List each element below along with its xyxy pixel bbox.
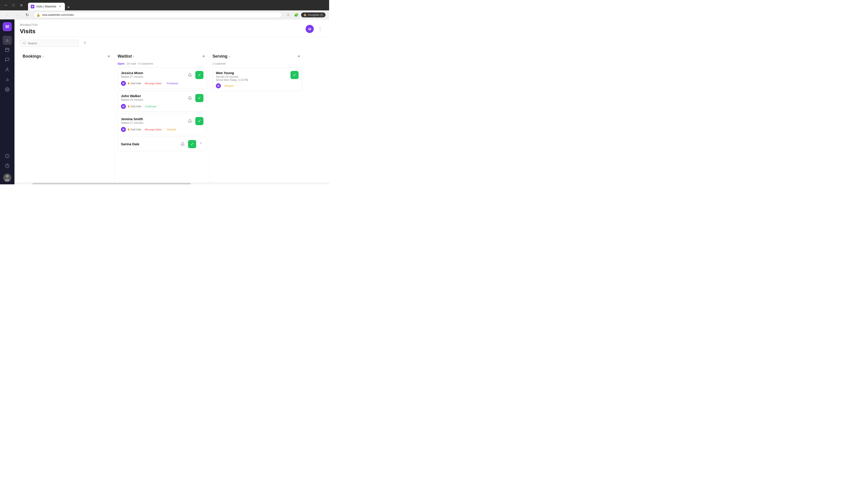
card-wee-served: Served 26 minutes xyxy=(216,75,290,78)
sidebar-item-analytics[interactable] xyxy=(3,75,12,85)
jessica-time: Just now xyxy=(128,82,141,85)
sidebar-item-help[interactable] xyxy=(3,162,12,171)
card-john-info: John Walker Waited 29 minutes xyxy=(121,94,186,101)
sidebar-item-users[interactable] xyxy=(3,66,12,74)
bookings-title-wrap[interactable]: Bookings › xyxy=(23,54,43,59)
svg-point-13 xyxy=(6,175,9,178)
wee-badge-delayed: Delayed xyxy=(223,84,235,88)
card-john-walker[interactable]: John Walker Waited 29 minutes ✓ xyxy=(118,91,207,112)
reload-button[interactable]: ↻ xyxy=(24,11,31,19)
serving-add-button[interactable]: + xyxy=(296,53,302,59)
card-jemina-wait: Waited 27 minutes xyxy=(121,121,186,125)
svg-point-8 xyxy=(7,89,8,90)
new-tab-button[interactable]: + xyxy=(65,4,72,10)
sidebar-logo[interactable]: M xyxy=(3,22,12,31)
jemina-avatar: M xyxy=(121,127,126,132)
sarina-bell-button[interactable] xyxy=(179,140,186,148)
sidebar-user-avatar[interactable] xyxy=(3,173,11,182)
card-john-wait: Waited 29 minutes xyxy=(121,98,186,101)
jessica-time-label: Just now xyxy=(130,82,141,85)
card-jessica-wait: Waited 27 minutes xyxy=(121,75,186,78)
jemina-badge-delayed: Delayed xyxy=(165,128,178,131)
active-tab[interactable]: M Visits | Waitwhile ✕ xyxy=(28,3,65,10)
sidebar-item-messages[interactable] xyxy=(3,56,12,65)
bookings-chevron-icon: › xyxy=(42,55,43,58)
help-icon xyxy=(5,164,9,169)
users-icon xyxy=(5,67,9,73)
filter-button[interactable] xyxy=(81,39,89,47)
svg-rect-0 xyxy=(6,48,9,52)
back-button[interactable]: ← xyxy=(4,11,11,19)
jemina-time: Just now xyxy=(128,128,141,131)
top-bar-right: M ⋮ xyxy=(306,25,324,33)
extensions-button[interactable]: 🧩 xyxy=(293,11,300,18)
horizontal-scrollbar[interactable] xyxy=(14,183,329,184)
svg-point-15 xyxy=(23,41,25,43)
scrollbar-thumb[interactable] xyxy=(33,183,191,184)
card-john-top: John Walker Waited 29 minutes ✓ xyxy=(121,94,204,102)
page-title: Visits xyxy=(20,28,37,35)
bookings-add-button[interactable]: + xyxy=(105,53,112,59)
bookmark-button[interactable]: ☆ xyxy=(285,11,291,18)
svg-point-4 xyxy=(6,68,8,69)
card-wee-footer: M Delayed xyxy=(216,84,299,88)
browser-chrome: ─ □ ✕ M Visits | Waitwhile ✕ + xyxy=(0,0,329,10)
minimize-button[interactable]: ─ xyxy=(3,2,9,8)
wee-check-button[interactable]: ✓ xyxy=(290,71,299,79)
card-sarina-info: Sarina Dale xyxy=(121,142,179,147)
card-wee-info: Wee Young Served 26 minutes Serve time T… xyxy=(216,71,290,82)
card-wee-young[interactable]: Wee Young Served 26 minutes Serve time T… xyxy=(213,68,302,91)
columns-container: Bookings › + Waitlist › + Open xyxy=(14,50,329,183)
card-jessica-top: Jessica Moon Waited 27 minutes ✓ xyxy=(121,71,204,79)
incognito-icon: 🕵 xyxy=(303,13,307,17)
incognito-label: Incognito (2) xyxy=(308,13,323,17)
card-wee-top: Wee Young Served 26 minutes Serve time T… xyxy=(216,71,299,82)
waitlist-column-title: Waitlist xyxy=(118,54,132,59)
jessica-status-dot xyxy=(128,83,129,84)
search-input-wrap[interactable] xyxy=(20,40,79,47)
close-button[interactable]: ✕ xyxy=(18,2,24,8)
jemina-bell-button[interactable] xyxy=(186,118,193,125)
sidebar-item-home[interactable]: ⌂ xyxy=(3,36,12,45)
address-bar: ← → ↻ 🔒 new.waitwhile.com/visits ☆ 🧩 🕵 I… xyxy=(0,10,329,20)
browser-window-controls[interactable]: ─ □ ✕ xyxy=(3,2,24,8)
jessica-bell-button[interactable] xyxy=(186,71,193,78)
jessica-badge-failed: Message failed xyxy=(143,82,163,85)
workspace-name: Moodjoy7434 xyxy=(20,23,37,26)
sidebar-item-settings[interactable] xyxy=(3,86,12,94)
more-options-button[interactable]: ⋮ xyxy=(316,25,324,33)
jemina-check-button[interactable]: ✓ xyxy=(195,117,204,125)
tab-bar: M Visits | Waitwhile ✕ + xyxy=(28,0,72,10)
sidebar-item-integrations[interactable] xyxy=(3,152,12,161)
lock-icon: 🔒 xyxy=(36,13,40,17)
url-text: new.waitwhile.com/visits xyxy=(42,13,74,17)
url-bar[interactable]: 🔒 new.waitwhile.com/visits xyxy=(33,12,282,18)
svg-line-16 xyxy=(25,43,26,44)
john-check-button[interactable]: ✓ xyxy=(195,94,204,102)
user-avatar[interactable]: M xyxy=(306,25,314,33)
card-jessica-info: Jessica Moon Waited 27 minutes xyxy=(121,71,186,78)
forward-button[interactable]: → xyxy=(13,11,21,19)
sarina-check-button[interactable]: ✓ xyxy=(188,140,196,148)
serving-title-wrap[interactable]: Serving › xyxy=(213,54,230,59)
waitlist-title-wrap[interactable]: Waitlist › xyxy=(118,54,134,59)
page-header: Moodjoy7434 Visits xyxy=(20,23,37,35)
main-content: Moodjoy7434 Visits M ⋮ xyxy=(14,20,329,184)
browser-actions: ☆ 🧩 🕵 Incognito (2) xyxy=(285,11,326,18)
john-bell-button[interactable] xyxy=(186,94,193,102)
card-sarina-dale[interactable]: Sarina Dale ✓ ⌃ xyxy=(118,137,207,151)
maximize-button[interactable]: □ xyxy=(10,2,17,8)
tab-close-button[interactable]: ✕ xyxy=(58,4,62,8)
card-jemina-actions: ✓ xyxy=(186,117,204,125)
jessica-check-button[interactable]: ✓ xyxy=(195,71,204,79)
waitlist-add-button[interactable]: + xyxy=(200,53,207,59)
sidebar-item-calendar[interactable] xyxy=(3,46,12,55)
card-jemina-smith[interactable]: Jemina Smith Waited 27 minutes ✓ xyxy=(118,113,207,135)
chat-icon xyxy=(5,57,9,63)
sarina-collapse-button[interactable]: ⌃ xyxy=(198,141,204,147)
card-jemina-name: Jemina Smith xyxy=(121,117,186,121)
john-time: Just now xyxy=(128,105,141,108)
tab-favicon: M xyxy=(31,5,34,8)
card-jessica-moon[interactable]: Jessica Moon Waited 27 minutes ✓ xyxy=(118,68,207,89)
search-input[interactable] xyxy=(28,41,76,45)
